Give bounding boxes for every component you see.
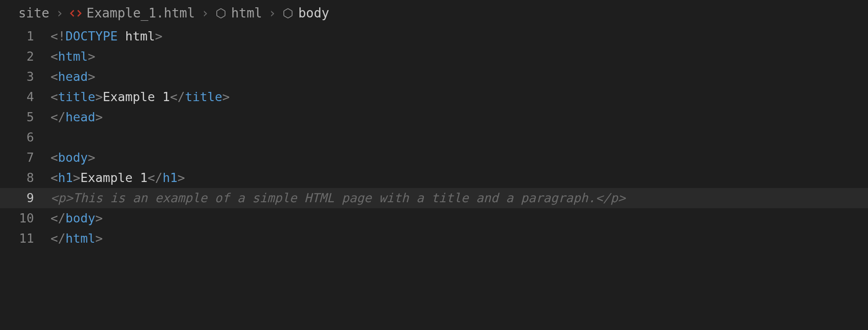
breadcrumb-item-symbol-body[interactable]: body bbox=[282, 6, 329, 21]
code-line[interactable]: 2<html> bbox=[0, 46, 868, 67]
line-number: 1 bbox=[0, 26, 51, 46]
code-editor[interactable]: 1<!DOCTYPE html>2<html>3<head>4<title>Ex… bbox=[0, 26, 868, 249]
code-line[interactable]: 6 bbox=[0, 127, 868, 148]
breadcrumb-label: html bbox=[231, 6, 262, 21]
line-number: 11 bbox=[0, 228, 51, 249]
code-content[interactable]: <h1>Example 1</h1> bbox=[51, 168, 868, 188]
line-number: 3 bbox=[0, 67, 51, 87]
code-content[interactable]: </html> bbox=[51, 228, 868, 249]
code-content[interactable]: <html> bbox=[51, 46, 868, 67]
breadcrumb-item-symbol-html[interactable]: html bbox=[215, 6, 262, 21]
chevron-right-icon: › bbox=[201, 6, 209, 21]
breadcrumb: site › Example_1.html › html › body bbox=[0, 0, 868, 26]
code-content[interactable]: <head> bbox=[51, 67, 868, 87]
code-content[interactable]: <title>Example 1</title> bbox=[51, 87, 868, 107]
code-line[interactable]: 5</head> bbox=[0, 107, 868, 127]
code-line[interactable]: 11</html> bbox=[0, 228, 868, 249]
code-line[interactable]: 4<title>Example 1</title> bbox=[0, 87, 868, 107]
breadcrumb-label: body bbox=[298, 6, 329, 21]
line-number: 9 bbox=[0, 188, 51, 208]
line-number: 4 bbox=[0, 87, 51, 107]
code-line[interactable]: 7<body> bbox=[0, 148, 868, 168]
code-line[interactable]: 9<p>This is an example of a simple HTML … bbox=[0, 188, 868, 208]
code-content[interactable]: <p>This is an example of a simple HTML p… bbox=[51, 188, 868, 208]
breadcrumb-label: Example_1.html bbox=[86, 6, 195, 21]
code-content[interactable]: <!DOCTYPE html> bbox=[51, 26, 868, 46]
chevron-right-icon: › bbox=[56, 6, 63, 21]
line-number: 8 bbox=[0, 168, 51, 188]
code-content[interactable]: <body> bbox=[51, 148, 868, 168]
code-line[interactable]: 10</body> bbox=[0, 208, 868, 228]
symbol-icon bbox=[215, 8, 226, 19]
symbol-icon bbox=[282, 8, 293, 19]
line-number: 6 bbox=[0, 127, 51, 148]
code-content[interactable]: </body> bbox=[51, 208, 868, 228]
breadcrumb-item-folder[interactable]: site bbox=[18, 6, 49, 21]
code-line[interactable]: 1<!DOCTYPE html> bbox=[0, 26, 868, 46]
line-number: 10 bbox=[0, 208, 51, 228]
breadcrumb-item-file[interactable]: Example_1.html bbox=[70, 6, 195, 21]
line-number: 5 bbox=[0, 107, 51, 127]
code-line[interactable]: 3<head> bbox=[0, 67, 868, 87]
code-line[interactable]: 8<h1>Example 1</h1> bbox=[0, 168, 868, 188]
line-number: 2 bbox=[0, 46, 51, 67]
line-number: 7 bbox=[0, 148, 51, 168]
code-file-icon bbox=[70, 7, 82, 19]
breadcrumb-label: site bbox=[18, 6, 49, 21]
chevron-right-icon: › bbox=[269, 6, 276, 21]
code-content[interactable]: </head> bbox=[51, 107, 868, 127]
